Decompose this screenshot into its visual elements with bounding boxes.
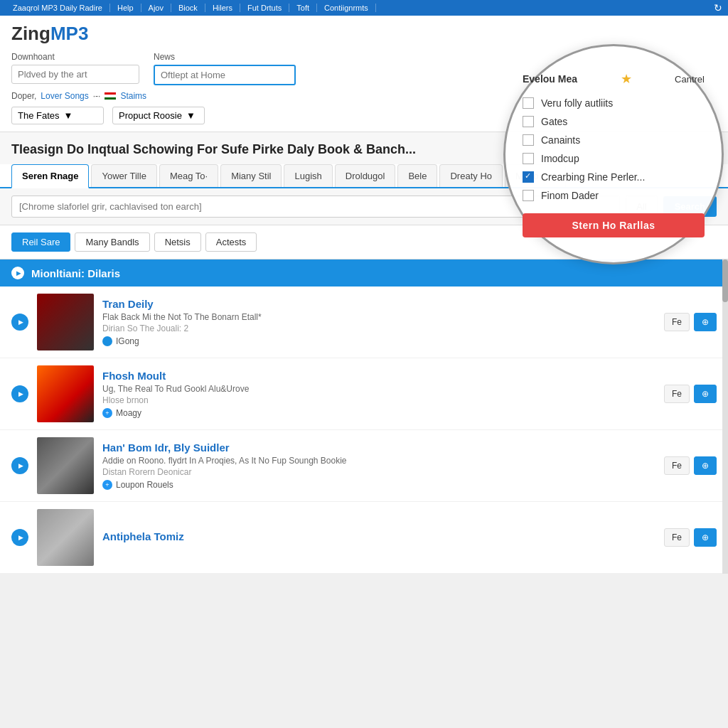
source-label-3: Loupon Rouels [116, 480, 173, 490]
song-actions-3: Fe ⊕ [664, 456, 717, 475]
tab-dreaty[interactable]: Dreaty Ho [439, 164, 503, 187]
popup-checkbox-2[interactable] [523, 134, 534, 146]
nav-item-daily[interactable]: Zaaqrol MP3 Daily Radire [6, 4, 110, 12]
tab-droldugol[interactable]: Droldugol [335, 164, 396, 187]
popup-item-5[interactable]: Finom Dader [523, 186, 705, 205]
sub-tab-many[interactable]: Many Bandls [75, 232, 149, 252]
song-fe-button-2[interactable]: Fe [664, 385, 690, 403]
popup-title: Evelou Mea [523, 73, 577, 85]
song-meta-3: Distan Rorern Deonicar [102, 467, 655, 477]
dropdown-product-value: Propuct Roosie [119, 110, 182, 121]
song-fe-button-3[interactable]: Fe [664, 456, 690, 475]
nav-item-help[interactable]: Help [110, 4, 141, 12]
popup-item-4[interactable]: Crearbing Rine Perler... [523, 168, 705, 186]
song-title-2[interactable]: Fhosh Moult [102, 370, 655, 382]
download-label: Downhoant [11, 52, 139, 62]
song-fe-button-1[interactable]: Fe [664, 313, 690, 331]
song-add-button-2[interactable]: ⊕ [694, 385, 717, 403]
song-add-button-1[interactable]: ⊕ [694, 313, 717, 331]
dropdown-product[interactable]: Propuct Roosie ▼ [112, 107, 205, 124]
song-thumbnail-2 [37, 365, 94, 422]
scrollbar-thumb[interactable] [722, 259, 728, 302]
song-subtitle-2: Ug, The Real To Rud Gookl Alu&Urove [102, 384, 655, 394]
popup-item-0[interactable]: Veru folly autliits [523, 94, 705, 112]
song-meta-1: Dirian So The Jouali: 2 [102, 323, 655, 333]
tab-bele[interactable]: Bele [397, 164, 437, 187]
popup-label-1: Gates [541, 116, 567, 127]
sub-tab-actests[interactable]: Actests [205, 232, 257, 252]
tab-miany[interactable]: Miany Stil [220, 164, 282, 187]
download-input[interactable] [11, 65, 139, 84]
table-row: Antiphela Tomiz Fe ⊕ [0, 502, 728, 574]
popup-item-2[interactable]: Canaints [523, 131, 705, 149]
sub-tab-netsis[interactable]: Netsis [154, 232, 201, 252]
logo-blue: MP3 [50, 23, 88, 44]
logo-black: Zing [11, 23, 50, 44]
dropdown-fates[interactable]: The Fates ▼ [11, 107, 104, 124]
popup-checkbox-5[interactable] [523, 190, 534, 201]
source-label-1: IGong [116, 336, 139, 346]
table-row: Tran Deily Flak Back Mi the Not To The B… [0, 287, 728, 358]
song-play-button-2[interactable] [11, 385, 28, 402]
song-thumbnail-4 [37, 509, 94, 566]
news-label: News [154, 52, 296, 62]
song-info-4: Antiphela Tomiz [102, 530, 655, 545]
song-play-button-1[interactable] [11, 314, 28, 331]
lover-songs-link[interactable]: Lover Songs [41, 91, 88, 101]
table-row: Han' Bom Idr, Bly Suidler Addie on Roono… [0, 430, 728, 502]
staims-link[interactable]: Staims [120, 91, 146, 101]
song-info-2: Fhosh Moult Ug, The Real To Rud Gookl Al… [102, 370, 655, 418]
song-play-button-3[interactable] [11, 457, 28, 474]
song-add-button-3[interactable]: ⊕ [694, 456, 717, 475]
star-icon: ★ [621, 71, 632, 87]
nav-item-toft[interactable]: Toft [289, 4, 317, 12]
song-meta-2: Hlose brnon [102, 395, 655, 405]
source-icon-2: + [102, 408, 112, 418]
section-title: Mionltiani: Dilaris [31, 267, 120, 279]
song-source-2: + Moagy [102, 408, 655, 418]
section-play-button[interactable] [11, 267, 24, 279]
top-navigation: Zaaqrol MP3 Daily Radire Help Ajov Biock… [0, 0, 728, 16]
song-source-3: + Loupon Rouels [102, 480, 655, 490]
tab-lugish[interactable]: Lugish [284, 164, 332, 187]
song-add-button-4[interactable]: ⊕ [694, 528, 717, 547]
song-actions-2: Fe ⊕ [664, 385, 717, 403]
popup-confirm-button[interactable]: Stern Ho Rarllas [523, 213, 705, 237]
scrollbar[interactable] [722, 259, 728, 574]
song-fe-button-4[interactable]: Fe [664, 528, 690, 547]
song-subtitle-3: Addie on Roono. flydrt In A Proqies, As … [102, 456, 655, 466]
source-icon-1 [102, 336, 112, 346]
song-thumbnail-3 [37, 437, 94, 494]
popup-checkbox-0[interactable] [523, 97, 534, 109]
song-title-3[interactable]: Han' Bom Idr, Bly Suidler [102, 441, 655, 454]
nav-item-fut[interactable]: Fut Drtuts [240, 4, 289, 12]
song-subtitle-1: Flak Back Mi the Not To The Bonarn Etall… [102, 312, 655, 322]
tab-meag[interactable]: Meag To· [159, 164, 218, 187]
popup-checkbox-3[interactable] [523, 153, 534, 164]
popup-label-2: Canaints [541, 134, 580, 146]
popup-item-3[interactable]: Imodcup [523, 149, 705, 168]
source-icon-3: + [102, 480, 112, 490]
sub-tab-reil[interactable]: Reil Sare [11, 232, 70, 252]
flag-icon [105, 92, 116, 100]
popup-item-1[interactable]: Gates [523, 112, 705, 131]
popup-label-4: Crearbing Rine Perler... [541, 171, 645, 183]
song-title-4[interactable]: Antiphela Tomiz [102, 530, 655, 542]
nav-item-ajov[interactable]: Ajov [141, 4, 171, 12]
refresh-icon[interactable]: ↻ [714, 2, 722, 14]
tab-yower[interactable]: Yower Tille [91, 164, 156, 187]
news-input[interactable] [154, 65, 296, 85]
song-title-1[interactable]: Tran Deily [102, 298, 655, 310]
dropdown-product-arrow: ▼ [186, 110, 196, 121]
content-area: Mionltiani: Dilaris Tran Deily Flak Back… [0, 259, 728, 574]
song-thumbnail-1 [37, 294, 94, 350]
nav-item-hilers[interactable]: Hilers [205, 4, 240, 12]
popup-label-5: Finom Dader [541, 190, 599, 201]
song-play-button-4[interactable] [11, 529, 28, 546]
song-actions-1: Fe ⊕ [664, 313, 717, 331]
tab-seren[interactable]: Seren Rnage [11, 164, 89, 188]
popup-checkbox-1[interactable] [523, 116, 534, 127]
popup-checkbox-4[interactable] [523, 171, 534, 183]
nav-item-biock[interactable]: Biock [171, 4, 205, 12]
nav-item-config[interactable]: Contiignrmts [317, 4, 376, 12]
